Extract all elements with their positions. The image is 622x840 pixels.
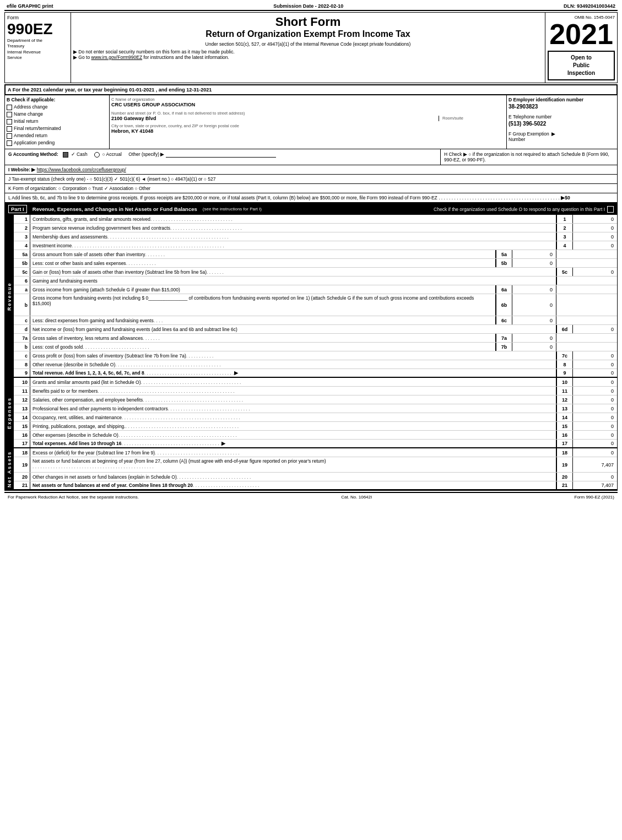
row-6b-desc: Gross income from fundraising events (no… bbox=[30, 294, 496, 316]
row-11-num: 11 bbox=[14, 387, 30, 395]
accrual-checkbox[interactable] bbox=[94, 152, 100, 158]
address-change-checkbox[interactable] bbox=[7, 105, 12, 110]
row-12: 12 Salaries, other compensation, and emp… bbox=[14, 395, 617, 404]
footer-right: Form 990-EZ (2021) bbox=[575, 495, 614, 500]
k-row: K Form of organization: ○ Corporation ○ … bbox=[5, 184, 617, 193]
l-text: L Add lines 5b, 6c, and 7b to line 9 to … bbox=[8, 195, 437, 200]
amended-return-checkbox[interactable] bbox=[7, 133, 12, 139]
part-i-checkbox[interactable] bbox=[607, 206, 614, 213]
l-dots: . . . . . . . . . . . . . . . . . . . . … bbox=[439, 195, 560, 200]
g-h-row: G Accounting Method: ✓ Cash ○ Accrual Ot… bbox=[5, 149, 617, 165]
d-label: D Employer identification number bbox=[509, 97, 615, 102]
row-13-desc: Professional fees and other payments to … bbox=[30, 404, 556, 413]
check-applicable-col: B Check if applicable: Address change Na… bbox=[5, 95, 110, 149]
row-14-num: 14 bbox=[14, 413, 30, 421]
row-17-num: 17 bbox=[14, 440, 30, 447]
row-19-linenum: 19 bbox=[556, 457, 573, 472]
row-7b-desc: Less: cost of goods sold . . . . . . . .… bbox=[30, 343, 496, 351]
row-6c-sub: c bbox=[14, 316, 30, 324]
address-section: Number and street (or P. O. box, if mail… bbox=[111, 111, 505, 121]
row-11-linenum: 11 bbox=[556, 387, 573, 395]
part-i-check: Check if the organization used Schedule … bbox=[434, 206, 614, 213]
irs-link[interactable]: www.irs.gov/Form990EZ bbox=[91, 55, 143, 60]
city-value: Hebron, KY 41048 bbox=[111, 128, 505, 134]
row-6a-subnum: 6a bbox=[496, 285, 512, 294]
row-20-linenum: 20 bbox=[556, 473, 573, 481]
row-19-num: 19 bbox=[14, 457, 30, 472]
row-2-linenum: 2 bbox=[556, 224, 573, 232]
row-11-desc: Benefits paid to or for members . . . . … bbox=[30, 387, 556, 395]
row-6-desc: Gaming and fundraising events bbox=[30, 277, 556, 285]
row-2-value: 0 bbox=[573, 224, 617, 232]
row-17-linenum: 17 bbox=[556, 440, 573, 447]
bullet1: ▶ Do not enter social security numbers o… bbox=[73, 49, 543, 55]
ein-phone-col: D Employer identification number 38-2903… bbox=[507, 95, 617, 149]
row-8-desc: Other revenue (describe in Schedule O) .… bbox=[30, 360, 556, 368]
row-15-num: 15 bbox=[14, 422, 30, 430]
row-21-linenum: 21 bbox=[556, 481, 573, 489]
i-url[interactable]: https://www.facebook.com/crceflusergroup… bbox=[37, 167, 126, 172]
row-14-linenum: 14 bbox=[556, 413, 573, 421]
name-change-checkbox[interactable] bbox=[7, 112, 12, 117]
row-7a-subval: 0 bbox=[512, 334, 556, 342]
dln-number: DLN: 93492041003442 bbox=[564, 3, 615, 9]
row-6c-desc: Less: direct expenses from gaming and fu… bbox=[30, 316, 496, 324]
row-7b-num: b bbox=[14, 343, 30, 351]
row-5b-desc: Less: cost or other basis and sales expe… bbox=[30, 259, 496, 267]
row-6c-subnum: 6c bbox=[496, 316, 512, 324]
row-7a-num: 7a bbox=[14, 334, 30, 342]
row-15-desc: Printing, publications, postage, and shi… bbox=[30, 422, 556, 430]
cash-checkbox[interactable] bbox=[63, 152, 68, 158]
k-text: K Form of organization: ○ Corporation ○ … bbox=[8, 186, 150, 191]
row-19-desc: Net assets or fund balances at beginning… bbox=[30, 457, 556, 472]
row-9-desc: Total revenue. Add lines 1, 2, 3, 4, 5c,… bbox=[30, 369, 556, 377]
row-13-linenum: 13 bbox=[556, 404, 573, 413]
section-a-text: A For the 2021 calendar year, or tax yea… bbox=[8, 87, 212, 93]
expenses-content: 10 Grants and similar amounts paid (list… bbox=[14, 378, 617, 448]
row-4-linenum: 4 bbox=[556, 241, 573, 250]
check-address-change: Address change bbox=[7, 104, 107, 110]
row-5b-right-spacer bbox=[556, 259, 617, 267]
row-4-num: 4 bbox=[14, 241, 30, 250]
row-6a-subval: 0 bbox=[512, 285, 556, 294]
row-5c-value: 0 bbox=[573, 268, 617, 276]
part-i-title: Revenue, Expenses, and Changes in Net As… bbox=[33, 206, 197, 212]
g-col: G Accounting Method: ✓ Cash ○ Accrual Ot… bbox=[5, 149, 441, 165]
g-other-value bbox=[166, 151, 276, 158]
row-15-linenum: 15 bbox=[556, 422, 573, 430]
submission-date: Submission Date - 2022-02-10 bbox=[273, 3, 343, 9]
row-5a-subval: 0 bbox=[512, 250, 556, 258]
row-14-value: 0 bbox=[573, 413, 617, 421]
row-14: 14 Occupancy, rent, utilities, and maint… bbox=[14, 413, 617, 422]
initial-return-checkbox[interactable] bbox=[7, 119, 12, 124]
row-4-value: 0 bbox=[573, 241, 617, 250]
row-19: 19 Net assets or fund balances at beginn… bbox=[14, 457, 617, 473]
application-pending-checkbox[interactable] bbox=[7, 140, 12, 146]
section-a: A For the 2021 calendar year, or tax yea… bbox=[4, 84, 618, 95]
row-18: 18 Excess or (deficit) for the year (Sub… bbox=[14, 448, 617, 457]
expenses-side-label: Expenses bbox=[5, 378, 14, 448]
expenses-section: Expenses 10 Grants and similar amounts p… bbox=[5, 378, 617, 448]
row-20: 20 Other changes in net assets or fund b… bbox=[14, 473, 617, 481]
final-return-checkbox[interactable] bbox=[7, 126, 12, 132]
row-10-desc: Grants and similar amounts paid (list in… bbox=[30, 378, 556, 386]
row-16: 16 Other expenses (describe in Schedule … bbox=[14, 431, 617, 440]
page: efile GRAPHIC print Submission Date - 20… bbox=[0, 0, 622, 503]
check-initial-return: Initial return bbox=[7, 118, 107, 124]
row-9-num: 9 bbox=[14, 369, 30, 377]
row-7c-num: c bbox=[14, 351, 30, 360]
phone-value: (513) 396-5022 bbox=[509, 121, 615, 127]
row-1-desc: Contributions, gifts, grants, and simila… bbox=[30, 215, 556, 223]
check-application-pending: Application pending bbox=[7, 140, 107, 146]
top-bar: efile GRAPHIC print Submission Date - 20… bbox=[4, 2, 618, 11]
city-label: City or town, state or province, country… bbox=[111, 123, 505, 128]
row-18-linenum: 18 bbox=[556, 448, 573, 457]
row-7b-right-spacer bbox=[556, 343, 617, 351]
row-5a-subnum: 5a bbox=[496, 250, 512, 258]
check-final-return: Final return/terminated bbox=[7, 126, 107, 132]
main-header: Form 990EZ Department of the Treasury In… bbox=[4, 12, 618, 83]
row-12-value: 0 bbox=[573, 395, 617, 404]
b-label: B Check if applicable: bbox=[7, 97, 107, 102]
row-1-value: 0 bbox=[573, 215, 617, 223]
form-label: Form bbox=[7, 15, 68, 20]
